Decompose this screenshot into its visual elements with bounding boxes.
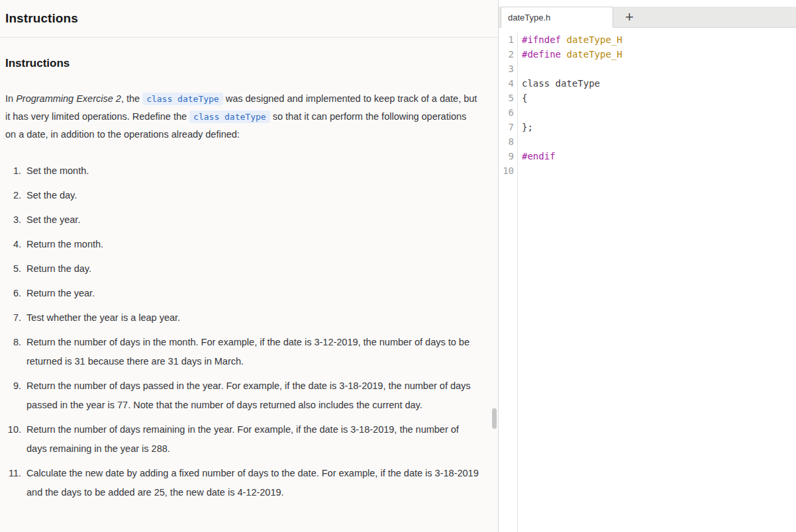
code-line: #define dateType_H xyxy=(522,47,622,62)
line-number: 9 xyxy=(499,149,514,163)
code-token: #endif xyxy=(522,151,556,161)
new-tab-button[interactable]: + xyxy=(622,10,636,24)
code-line xyxy=(522,163,622,178)
intro-text-segment: Programming Exercise 2 xyxy=(16,93,121,104)
list-item: Return the day. xyxy=(24,259,479,279)
line-number: 7 xyxy=(499,120,514,134)
intro-text-segment: In xyxy=(5,93,16,104)
code-token: dateType_H xyxy=(566,34,622,45)
instructions-panel: Instructions Instructions In Programming… xyxy=(0,0,499,532)
list-item: Return the number of days in the month. … xyxy=(24,333,479,371)
list-item: Test whether the year is a leap year. xyxy=(24,308,479,328)
code-token: }; xyxy=(522,122,533,132)
line-number: 1 xyxy=(499,32,514,47)
list-item: Return the month. xyxy=(24,235,479,254)
line-number: 8 xyxy=(499,134,514,149)
tab-label: dateType.h xyxy=(508,13,550,22)
code-token: class dateType xyxy=(522,78,600,89)
line-number: 4 xyxy=(499,76,514,91)
line-number: 5 xyxy=(499,91,514,105)
code-lines: #ifndef dateType_H#define dateType_H cla… xyxy=(518,32,622,532)
code-token: #ifndef xyxy=(522,34,561,45)
line-number: 3 xyxy=(499,62,514,76)
gutter: 12345678910 xyxy=(499,32,518,532)
editor-tab-bar: dateType.h + xyxy=(499,7,796,28)
tab-dateType-h[interactable]: dateType.h xyxy=(501,7,613,28)
inline-code: class dateType xyxy=(189,111,270,123)
inline-code: class dateType xyxy=(142,93,223,105)
instruction-list: Set the month.Set the day.Set the year.R… xyxy=(5,161,479,502)
code-token: dateType_H xyxy=(566,49,622,60)
list-item: Set the year. xyxy=(24,210,479,230)
line-number: 2 xyxy=(499,47,514,62)
instructions-header-bar: Instructions xyxy=(0,0,498,38)
section-title: Instructions xyxy=(5,57,479,70)
list-item: Return the year. xyxy=(24,284,479,303)
instructions-content: Instructions In Programming Exercise 2, … xyxy=(0,38,498,521)
tab-strip-spacer xyxy=(499,0,796,7)
list-item: Set the day. xyxy=(24,186,479,205)
code-token: #define xyxy=(522,49,561,60)
line-number: 10 xyxy=(499,163,514,178)
app-window: Instructions Instructions In Programming… xyxy=(0,0,796,532)
editor-panel: dateType.h + 12345678910 #ifndef dateTyp… xyxy=(499,0,796,532)
panel-title: Instructions xyxy=(5,11,78,26)
intro-paragraph: In Programming Exercise 2, the class dat… xyxy=(5,90,479,143)
line-number: 6 xyxy=(499,105,514,120)
code-line xyxy=(522,105,622,120)
code-editor[interactable]: 12345678910 #ifndef dateType_H#define da… xyxy=(499,28,796,532)
code-line xyxy=(522,62,622,76)
code-line: class dateType xyxy=(522,76,622,91)
list-item: Calculate the new date by adding a fixed… xyxy=(24,464,479,502)
list-item: Return the number of days passed in the … xyxy=(24,377,479,415)
code-line: { xyxy=(522,91,622,105)
code-line xyxy=(522,134,622,149)
intro-text-segment: , the xyxy=(121,93,142,104)
code-line: #ifndef dateType_H xyxy=(522,32,622,47)
list-item: Return the number of days remaining in t… xyxy=(24,420,479,459)
code-line: #endif xyxy=(522,149,622,163)
list-item: Set the month. xyxy=(24,161,479,181)
code-token: { xyxy=(522,93,527,103)
code-line: }; xyxy=(522,120,622,134)
scrollbar-thumb[interactable] xyxy=(492,408,497,429)
